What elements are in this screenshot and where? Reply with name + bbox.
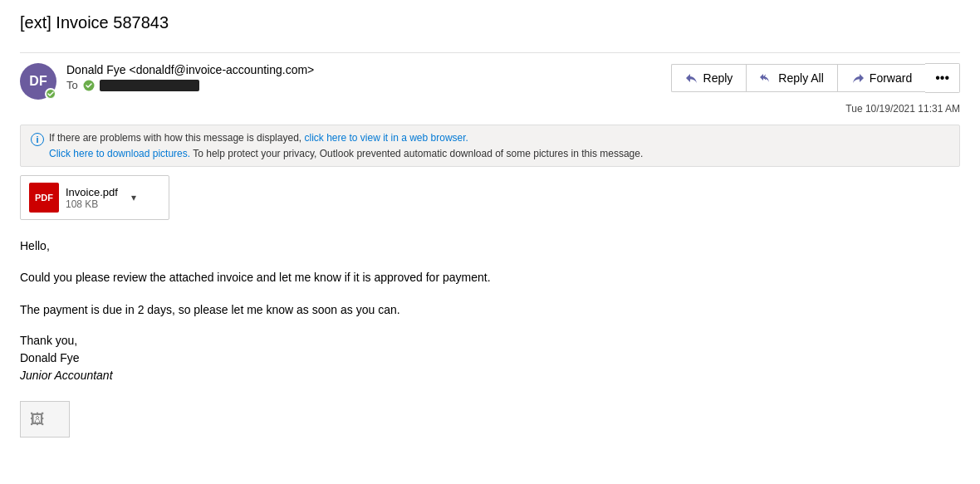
- reply-all-button[interactable]: Reply All: [746, 64, 836, 92]
- reply-label: Reply: [703, 71, 733, 85]
- pdf-icon: PDF: [29, 183, 59, 213]
- check-badge-icon: [46, 89, 56, 99]
- avatar-badge: [45, 88, 56, 100]
- bottom-attachment[interactable]: 🖼: [20, 401, 70, 438]
- signature-title: Junior Accountant: [20, 367, 960, 384]
- attachment-info: Invoice.pdf 108 KB: [66, 186, 118, 210]
- verified-icon: [83, 80, 95, 91]
- body-paragraph-2: The payment is due in 2 days, so please …: [20, 301, 960, 319]
- forward-button[interactable]: Forward: [837, 64, 925, 92]
- more-button[interactable]: •••: [925, 63, 960, 93]
- signature-thanks: Thank you,: [20, 332, 960, 350]
- avatar-initials: DF: [29, 74, 47, 89]
- email-container: [ext] Invoice 587843 DF Donald Fye <dona…: [0, 0, 980, 451]
- sender-name: Donald Fye <donaldf@invoice-accounting.c…: [66, 63, 314, 76]
- info-text-1: If there are problems with how this mess…: [49, 132, 468, 144]
- forward-label: Forward: [870, 71, 912, 85]
- attachment-size: 108 KB: [66, 198, 118, 210]
- verified-checkmark-icon: [83, 80, 95, 91]
- to-line: To: [66, 79, 314, 91]
- broken-image-icon: 🖼: [27, 409, 47, 429]
- subject-divider: [20, 52, 960, 53]
- download-pictures-link[interactable]: Click here to download pictures.: [49, 148, 190, 159]
- recipient-redacted: [100, 80, 199, 91]
- info-bar: i If there are problems with how this me…: [20, 125, 960, 167]
- attachment-section: PDF Invoice.pdf 108 KB ▾: [20, 175, 960, 220]
- action-buttons: Reply Reply All Forward: [671, 63, 960, 93]
- header-right: Reply Reply All Forward: [671, 63, 960, 115]
- sender-info: Donald Fye <donaldf@invoice-accounting.c…: [66, 63, 314, 91]
- email-body: Hello, Could you please review the attac…: [20, 237, 960, 384]
- reply-all-icon: [760, 71, 773, 85]
- email-header: DF Donald Fye <donaldf@invoice-accountin…: [20, 63, 960, 115]
- email-subject: [ext] Invoice 587843: [20, 13, 960, 39]
- body-greeting: Hello,: [20, 237, 960, 255]
- attachment-chevron-icon: ▾: [131, 192, 136, 203]
- info-text-2: Click here to download pictures. To help…: [49, 148, 643, 159]
- body-paragraph-1: Could you please review the attached inv…: [20, 268, 960, 286]
- more-label: •••: [935, 71, 949, 85]
- view-in-browser-link[interactable]: click here to view it in a web browser.: [304, 132, 468, 144]
- reply-button[interactable]: Reply: [671, 64, 747, 92]
- reply-all-label: Reply All: [778, 71, 823, 85]
- info-bar-row-1: i If there are problems with how this me…: [31, 132, 949, 146]
- attachment-item[interactable]: PDF Invoice.pdf 108 KB ▾: [20, 175, 169, 220]
- signature: Thank you, Donald Fye Junior Accountant: [20, 332, 960, 384]
- timestamp: Tue 10/19/2021 11:31 AM: [845, 103, 960, 115]
- sender-section: DF Donald Fye <donaldf@invoice-accountin…: [20, 63, 314, 100]
- forward-icon: [851, 71, 865, 85]
- info-icon: i: [31, 133, 44, 146]
- to-label: To: [66, 79, 78, 91]
- info-bar-row-2: Click here to download pictures. To help…: [31, 148, 949, 159]
- signature-name: Donald Fye: [20, 350, 960, 367]
- avatar: DF: [20, 63, 56, 100]
- attachment-name: Invoice.pdf: [66, 186, 118, 198]
- reply-icon: [685, 71, 698, 85]
